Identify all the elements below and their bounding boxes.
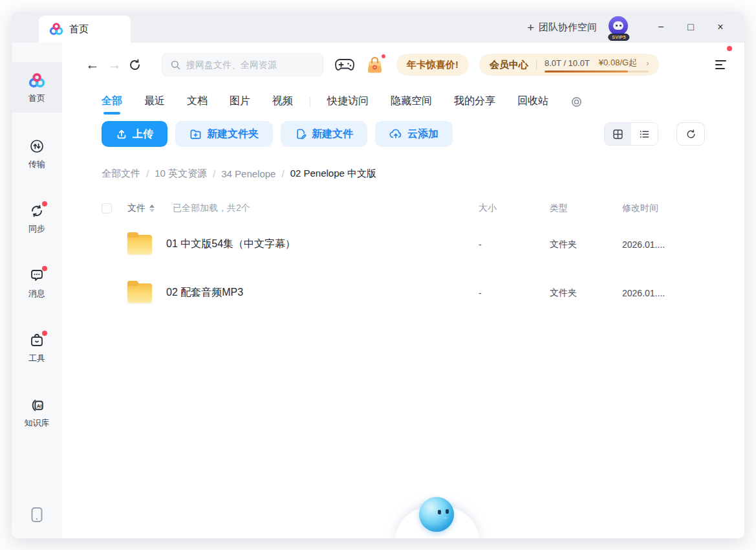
- sidebar-item-label: 工具: [28, 353, 45, 364]
- category-tabs: 全部 最近 文档 图片 视频 快捷访问 隐藏空间 我的分享 回收站: [102, 94, 728, 115]
- size-column-header: 大小: [479, 203, 550, 214]
- customize-tabs-icon[interactable]: [570, 96, 583, 108]
- content-area: ← →: [62, 43, 744, 538]
- game-center-icon[interactable]: [335, 56, 354, 73]
- file-size: -: [479, 239, 550, 250]
- new-folder-button[interactable]: 新建文件夹: [175, 121, 273, 147]
- tab-my-shares[interactable]: 我的分享: [454, 94, 495, 115]
- member-center-button[interactable]: 会员中心 8.0T / 10.0T ¥0.08/G起 ›: [479, 54, 659, 76]
- view-toggle: [604, 122, 658, 146]
- gift-bag-icon[interactable]: [366, 56, 383, 74]
- screenshot-stage: 首页 + 团队协作空间 SVIP5 − □ ×: [0, 0, 756, 550]
- breadcrumb-separator: /: [213, 168, 215, 179]
- avatar[interactable]: SVIP5: [609, 16, 631, 38]
- message-icon: [28, 267, 45, 284]
- forward-button[interactable]: →: [103, 57, 125, 72]
- annual-card-promo-button[interactable]: 年卡惊喜价!: [396, 54, 469, 76]
- svg-text:AI: AI: [36, 403, 41, 409]
- file-name[interactable]: 01 中文版54集（中文字幕）: [166, 237, 479, 251]
- sidebar-item-label: 首页: [28, 93, 45, 104]
- upload-icon: [116, 128, 127, 140]
- team-space-label: 团队协作空间: [539, 21, 597, 34]
- sidebar-item-transfer[interactable]: 传输: [12, 129, 62, 177]
- divider: [536, 60, 537, 70]
- sidebar-item-tools[interactable]: 工具: [12, 324, 62, 371]
- tab-quick-access[interactable]: 快捷访问: [327, 94, 369, 115]
- menu-icon[interactable]: [714, 55, 728, 74]
- notification-dot: [42, 331, 47, 336]
- sidebar-item-knowledge[interactable]: AI 知识库: [12, 388, 62, 436]
- sidebar-item-label: 知识库: [25, 417, 50, 429]
- new-file-button[interactable]: 新建文件: [281, 121, 367, 147]
- toolbox-icon: [28, 332, 45, 349]
- breadcrumb-item[interactable]: 34 Penelope: [221, 168, 275, 179]
- avatar-image: [609, 16, 628, 36]
- storage-usage: 8.0T / 10.0T: [545, 58, 590, 68]
- sidebar-item-sync[interactable]: 同步: [12, 194, 62, 242]
- maximize-button[interactable]: □: [676, 12, 706, 43]
- select-all-checkbox[interactable]: [102, 203, 112, 214]
- mobile-device-icon[interactable]: [29, 506, 45, 524]
- netdisk-logo-icon: [49, 22, 63, 36]
- file-type: 文件夹: [550, 287, 622, 299]
- titlebar-right: + 团队协作空间 SVIP5 − □ ×: [527, 12, 744, 43]
- close-button[interactable]: ×: [706, 12, 735, 43]
- file-row[interactable]: 02 配套音频MP3 - 文件夹 2026.01....: [102, 269, 705, 317]
- minimize-button[interactable]: −: [646, 12, 676, 43]
- notification-dot: [727, 46, 732, 51]
- sidebar-item-messages[interactable]: 消息: [12, 259, 62, 307]
- search-box: [162, 53, 323, 76]
- browser-toolbar: ← →: [81, 52, 728, 78]
- page-refresh-button[interactable]: [128, 58, 154, 72]
- sidebar-item-home[interactable]: 首页: [12, 62, 62, 113]
- upload-button[interactable]: 上传: [102, 121, 167, 147]
- sidebar-item-label: 传输: [28, 159, 45, 170]
- svip-badge: SVIP5: [608, 34, 629, 41]
- sidebar-item-label: 消息: [28, 288, 45, 300]
- tab-documents[interactable]: 文档: [187, 94, 208, 115]
- transfer-icon: [28, 138, 45, 155]
- sidebar: 首页 传输: [12, 43, 62, 538]
- folder-icon: [127, 235, 152, 254]
- main-area: 首页 传输: [12, 43, 744, 538]
- tab-recycle-bin[interactable]: 回收站: [517, 94, 548, 115]
- type-column-header: 类型: [550, 203, 622, 214]
- modified-column-header: 修改时间: [622, 203, 705, 214]
- list-view-button[interactable]: [631, 123, 658, 145]
- name-column-header[interactable]: 文件: [127, 203, 146, 214]
- storage-progress-bar: [545, 71, 649, 72]
- breadcrumb-item[interactable]: 10 英文资源: [155, 168, 207, 180]
- team-space-button[interactable]: + 团队协作空间: [527, 21, 597, 34]
- tab-images[interactable]: 图片: [230, 94, 250, 115]
- list-refresh-button[interactable]: [676, 122, 705, 146]
- file-row[interactable]: 01 中文版54集（中文字幕） - 文件夹 2026.01....: [102, 220, 705, 269]
- tab-home[interactable]: 首页: [39, 16, 131, 43]
- sort-icon[interactable]: [149, 204, 155, 212]
- promo-label: 年卡惊喜价!: [407, 59, 459, 71]
- tab-all[interactable]: 全部: [102, 94, 122, 115]
- tab-hidden-space[interactable]: 隐藏空间: [391, 94, 432, 115]
- sidebar-item-label: 同步: [28, 223, 45, 235]
- file-list-header: 文件 已全部加载，共2个 大小 类型 修改时间: [102, 197, 705, 220]
- breadcrumb-separator: /: [146, 168, 149, 179]
- tab-videos[interactable]: 视频: [272, 94, 293, 115]
- folder-icon: [127, 283, 152, 303]
- breadcrumb-current: 02 Penelope 中文版: [290, 168, 376, 180]
- member-center-label: 会员中心: [490, 59, 528, 71]
- cloud-add-label: 云添加: [407, 127, 438, 141]
- breadcrumb-item[interactable]: 全部文件: [102, 168, 140, 180]
- storage-price: ¥0.08/G起: [599, 57, 637, 69]
- notification-dot: [381, 54, 386, 59]
- notification-dot: [42, 266, 47, 271]
- back-button[interactable]: ←: [81, 57, 103, 72]
- breadcrumb-separator: /: [281, 168, 284, 179]
- grid-view-button[interactable]: [605, 123, 631, 145]
- assistant-mascot[interactable]: [394, 498, 480, 538]
- search-input[interactable]: [186, 60, 315, 70]
- titlebar: 首页 + 团队协作空间 SVIP5 − □ ×: [12, 12, 744, 43]
- sync-icon: [28, 203, 45, 219]
- file-name[interactable]: 02 配套音频MP3: [166, 286, 479, 300]
- tab-recent[interactable]: 最近: [144, 94, 165, 115]
- cloud-add-button[interactable]: 云添加: [375, 121, 453, 147]
- action-bar: 上传 新建文件夹: [102, 121, 705, 147]
